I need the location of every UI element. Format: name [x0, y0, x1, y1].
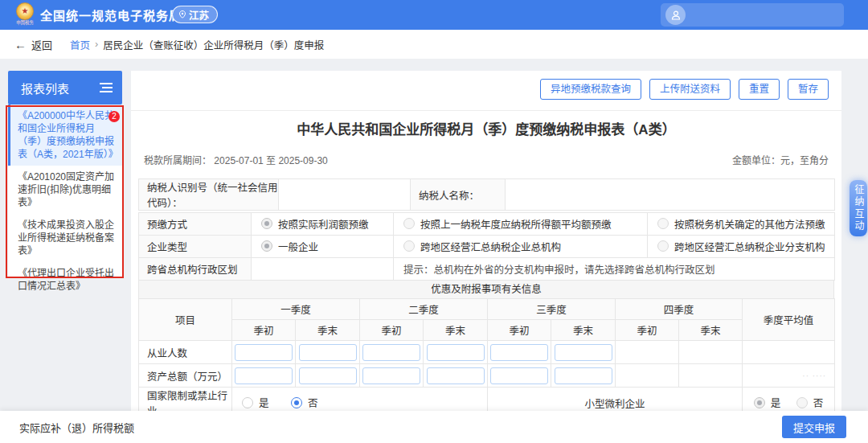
q2-start-header: 季初	[360, 320, 424, 341]
sidebar-item-export-agency[interactable]: 《代理出口企业受托出口情况汇总表》	[8, 262, 122, 297]
radio-small-micro-no[interactable]: 否	[796, 395, 824, 410]
q2-end-header: 季末	[424, 320, 488, 341]
assets-q2-start-input[interactable]	[362, 367, 420, 384]
location-pin-icon	[178, 10, 186, 18]
radio-icon[interactable]	[261, 218, 272, 229]
taxpayer-info-table: 纳税人识别号（统一社会信用代码）： 纳税人名称：	[138, 178, 835, 211]
collapse-menu-icon[interactable]	[100, 83, 113, 92]
radio-small-micro-yes[interactable]: 是	[754, 395, 781, 410]
sidebar-item-a200000[interactable]: 《A200000中华人民共和国企业所得税月（季）度预缴纳税申报表（A类，2021…	[8, 105, 122, 166]
radio-icon[interactable]	[754, 397, 765, 408]
assets-q1-end-input[interactable]	[299, 367, 357, 384]
q1-end-header: 季末	[296, 320, 360, 341]
actual-tax-payable-label: 实际应补（退）所得税额	[19, 420, 134, 435]
q4-start-header: 季初	[616, 320, 679, 341]
back-button[interactable]: 返回	[31, 37, 52, 52]
radio-head-office[interactable]: 跨地区经营汇总纳税企业总机构	[403, 239, 561, 254]
taxpayer-name-label: 纳税人名称：	[411, 179, 506, 211]
item-column-header: 项目	[139, 299, 232, 341]
q1-header: 一季度	[232, 299, 360, 320]
radio-restricted-no[interactable]: 否	[291, 395, 318, 410]
q4-header: 四季度	[616, 299, 743, 320]
sidebar-item-label: 《代理出口企业受托出口情况汇总表》	[18, 268, 114, 292]
radio-label: 是	[259, 395, 269, 410]
form-meta-row: 税款所属期间： 2025-07-01 至 2025-09-30 金额单位：元，至…	[144, 153, 829, 166]
employees-q3-end-input[interactable]	[555, 344, 612, 361]
radio-label: 一般企业	[278, 239, 318, 254]
submit-declaration-button[interactable]: 提交申报	[782, 416, 846, 438]
q1-start-header: 季初	[232, 320, 296, 341]
radio-branch-office[interactable]: 跨地区经营汇总纳税企业分支机构	[657, 239, 825, 254]
form-toolbar: 异地预缴税款查询 上传附送资料 重置 暂存	[540, 79, 829, 100]
tax-bureau-logo: ★ 中国税务	[14, 2, 35, 27]
form-footer-bar: 实际应补（退）所得税额 提交申报	[0, 411, 868, 443]
back-arrow-icon[interactable]: ←	[14, 38, 27, 51]
radio-icon[interactable]	[403, 218, 415, 229]
declaration-form-panel: 异地预缴税款查询 上传附送资料 重置 暂存 中华人民共和国企业所得税月（季）度预…	[131, 71, 841, 411]
radio-label: 跨地区经营汇总纳税企业分支机构	[674, 239, 825, 254]
radio-general-enterprise[interactable]: 一般企业	[261, 239, 318, 254]
q2-header: 二季度	[360, 299, 488, 320]
taxpayer-id-label: 纳税人识别号（统一社会信用代码）：	[139, 179, 279, 211]
breadcrumb-separator: ›	[95, 39, 98, 50]
benefit-quarters-table: 项目 一季度 二季度 三季度 四季度 季度平均值 季初 季末 季初 季末 季初 …	[138, 298, 835, 419]
radio-prepay-other-method[interactable]: 按照税务机关确定的其他方法预缴	[657, 216, 825, 232]
radio-icon[interactable]	[291, 397, 302, 408]
region-selector[interactable]: 江苏	[172, 6, 218, 23]
cross-province-region-hint: 提示：总机构在外省的分支机构申报时，请先选择跨省总机构行政区划	[394, 258, 835, 281]
radio-icon[interactable]	[242, 397, 253, 408]
remote-prepaid-tax-query-button[interactable]: 异地预缴税款查询	[540, 79, 641, 100]
upload-attachments-button[interactable]: 上传附送资料	[649, 79, 731, 100]
sidebar-item-tech-investment[interactable]: 《技术成果投资入股企业所得税递延纳税备案表》	[8, 214, 122, 262]
user-avatar-icon	[665, 5, 686, 25]
employees-q1-end-input[interactable]	[299, 344, 357, 361]
breadcrumb-home-link[interactable]: 首页	[70, 37, 90, 52]
sidebar-item-a201020[interactable]: 《A201020固定资产加速折旧(扣除)优惠明细表》	[8, 166, 122, 214]
prepay-method-label: 预缴方式	[139, 213, 252, 236]
employees-q3-start-input[interactable]	[490, 344, 548, 361]
tax-interaction-tab[interactable]: 征纳互动	[850, 180, 867, 236]
employees-row-label: 从业人数	[139, 341, 232, 364]
cross-province-region-label: 跨省总机构行政区划	[139, 258, 252, 281]
radio-restricted-yes[interactable]: 是	[242, 395, 269, 410]
q3-start-header: 季初	[488, 320, 551, 341]
radio-label: 跨地区经营汇总纳税企业总机构	[420, 239, 561, 254]
taxpayer-name-value-cell	[506, 179, 835, 211]
radio-icon[interactable]	[657, 240, 669, 252]
radio-label: 否	[813, 395, 824, 410]
tax-period: 税款所属期间： 2025-07-01 至 2025-09-30	[144, 153, 328, 166]
radio-icon[interactable]	[261, 240, 272, 252]
report-list-title: 报表列表	[21, 80, 69, 96]
breadcrumb: 首页 › 居民企业（查账征收）企业所得税月（季）度申报	[70, 37, 324, 52]
assets-q3-start-input[interactable]	[490, 367, 548, 384]
employees-q4-end-cell	[679, 341, 743, 364]
radio-icon[interactable]	[657, 218, 669, 229]
prepay-options-table: 预缴方式 按照实际利润额预缴 按照上一纳税年度应纳税所得额平均额预缴 按照税务机…	[138, 212, 835, 281]
amount-unit-note: 金额单位：元，至角分	[732, 153, 829, 166]
total-assets-row-label: 资产总额（万元）	[139, 364, 232, 388]
form-title: 中华人民共和国企业所得税月（季）度预缴纳税申报表（A类）	[131, 118, 841, 138]
sidebar-item-label: 《技术成果投资入股企业所得税递延纳税备案表》	[18, 219, 114, 256]
reset-button[interactable]: 重置	[739, 79, 780, 100]
cross-province-region-select-cell[interactable]	[252, 258, 394, 281]
assets-q2-end-input[interactable]	[427, 367, 485, 384]
employees-average-cell	[743, 341, 835, 364]
error-count-badge: 2	[108, 111, 120, 122]
employees-q4-start-cell	[616, 341, 679, 364]
radio-prepay-prior-year-average[interactable]: 按照上一纳税年度应纳税所得额平均额预缴	[403, 216, 612, 232]
region-label: 江苏	[189, 7, 209, 23]
assets-q3-end-input[interactable]	[555, 367, 612, 384]
tax-period-value: 2025-07-01 至 2025-09-30	[214, 155, 327, 166]
user-account-widget[interactable]	[661, 3, 844, 27]
radio-icon[interactable]	[403, 240, 415, 252]
taxpayer-id-value-cell	[279, 179, 411, 211]
national-emblem-icon: ★	[16, 2, 34, 20]
employees-q1-start-input[interactable]	[235, 344, 293, 361]
radio-prepay-actual-profit[interactable]: 按照实际利润额预缴	[261, 216, 369, 232]
assets-q4-end-cell	[679, 364, 743, 388]
employees-q2-start-input[interactable]	[362, 344, 420, 361]
employees-q2-end-input[interactable]	[427, 344, 485, 361]
save-draft-button[interactable]: 暂存	[788, 79, 829, 100]
assets-q1-start-input[interactable]	[235, 367, 293, 384]
radio-icon[interactable]	[796, 397, 808, 408]
